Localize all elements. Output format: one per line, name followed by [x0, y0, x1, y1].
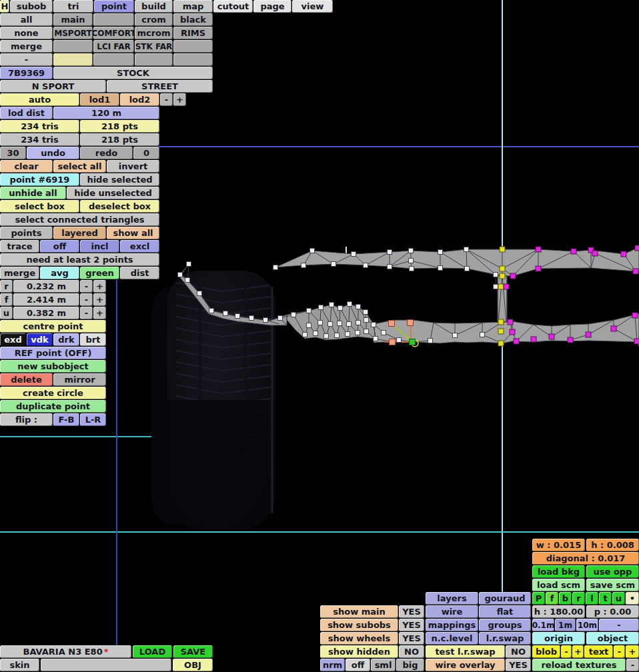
mesh-vertex[interactable]: [382, 331, 386, 335]
show-wheels-value[interactable]: YES: [399, 632, 424, 645]
view-f[interactable]: f: [546, 592, 558, 605]
text-minus[interactable]: -: [614, 645, 625, 658]
mesh-vertex[interactable]: [310, 249, 315, 253]
mesh-vertex[interactable]: [185, 278, 190, 283]
setup-stock[interactable]: STOCK: [53, 67, 213, 79]
config-main[interactable]: main: [53, 13, 93, 26]
groups-button[interactable]: groups: [479, 619, 531, 631]
mesh-vertex[interactable]: [319, 305, 324, 310]
mesh-vertex[interactable]: [235, 314, 240, 319]
reload-textures-button[interactable]: reload textures: [532, 659, 626, 671]
shade-vdk[interactable]: vdk: [27, 333, 53, 346]
load-scm-button[interactable]: load scm: [532, 579, 585, 591]
clear-button[interactable]: clear: [0, 160, 53, 173]
mesh-vertex[interactable]: [494, 285, 498, 289]
select-all-button[interactable]: select all: [53, 160, 106, 173]
config-empty-7[interactable]: [173, 53, 213, 66]
redo-count[interactable]: 0: [133, 147, 159, 159]
mesh-vertex[interactable]: [611, 326, 616, 331]
mesh-vertex[interactable]: [364, 329, 369, 334]
centre-point-button[interactable]: centre point: [0, 320, 106, 333]
mesh-vertex[interactable]: [465, 267, 470, 271]
mesh-vertex[interactable]: [408, 320, 414, 326]
mesh-vertex[interactable]: [409, 259, 414, 263]
mesh-vertex[interactable]: [356, 321, 361, 325]
coord-u-minus[interactable]: -: [80, 307, 93, 319]
shade-brt[interactable]: brt: [80, 333, 106, 346]
point-id[interactable]: point #6919: [0, 173, 79, 186]
coord-r-minus[interactable]: -: [80, 280, 93, 293]
mesh-vertex[interactable]: [291, 313, 296, 317]
reload-minus[interactable]: -: [626, 659, 639, 671]
layered-button[interactable]: layered: [53, 227, 106, 239]
mesh-vertex[interactable]: [307, 309, 311, 313]
mesh-vertex[interactable]: [409, 249, 414, 253]
mesh-vertex[interactable]: [197, 291, 202, 296]
nc-level-button[interactable]: n.c.level: [426, 632, 478, 645]
pts-count-total[interactable]: 218 pts: [80, 133, 159, 146]
nrm-big[interactable]: big: [396, 659, 424, 671]
mesh-vertex[interactable]: [364, 310, 368, 315]
test-lr-swap-button[interactable]: test l.r.swap: [426, 645, 505, 658]
lod-auto[interactable]: auto: [0, 93, 79, 106]
mesh-vertex[interactable]: [531, 337, 536, 342]
grid-minus[interactable]: -: [599, 619, 639, 631]
lr-swap-button[interactable]: l.r.swap: [479, 632, 531, 645]
grid-01m[interactable]: 0.1m: [532, 619, 554, 631]
mesh-vertex[interactable]: [388, 265, 392, 269]
mesh-vertex[interactable]: [356, 331, 360, 335]
shade-exd[interactable]: exd: [0, 333, 26, 346]
menu-page[interactable]: page: [253, 0, 291, 13]
menu-view[interactable]: view: [292, 0, 333, 13]
merge-avg[interactable]: avg: [40, 267, 79, 279]
show-subobs-value[interactable]: YES: [399, 619, 424, 631]
tris-count-selected[interactable]: 234 tris: [0, 120, 79, 133]
mesh-vertex[interactable]: [494, 273, 498, 277]
config-empty-2[interactable]: [53, 40, 93, 53]
lod-dist-label[interactable]: lod dist: [0, 107, 53, 119]
config-empty-3[interactable]: [173, 40, 213, 53]
show-hidden-button[interactable]: show hidden: [320, 645, 398, 658]
config-black[interactable]: black: [173, 13, 213, 26]
coord-r-plus[interactable]: +: [93, 280, 106, 293]
mesh-vertex[interactable]: [372, 323, 376, 327]
menu-subob[interactable]: subob: [10, 0, 53, 13]
flat-button[interactable]: flat: [479, 605, 531, 618]
merge-dist[interactable]: dist: [120, 267, 159, 279]
load-button[interactable]: LOAD: [133, 645, 172, 658]
mesh-vertex[interactable]: [500, 273, 505, 279]
coord-r-value[interactable]: 0.232 m: [13, 280, 79, 293]
show-hidden-value[interactable]: NO: [399, 645, 424, 658]
lod-plus[interactable]: +: [173, 93, 186, 106]
lod-dist-value[interactable]: 120 m: [53, 107, 159, 119]
config-empty-6[interactable]: [135, 53, 173, 66]
flip-lr-button[interactable]: L-R: [80, 413, 106, 426]
mesh-vertex[interactable]: [348, 302, 352, 307]
mesh-vertex[interactable]: [635, 245, 639, 251]
mesh-vertex[interactable]: [428, 339, 433, 343]
new-subobject-button[interactable]: new subobject: [0, 360, 106, 373]
mesh-vertex[interactable]: [510, 273, 516, 279]
cam-pitch[interactable]: p : 0.00: [586, 605, 639, 618]
load-bkg-button[interactable]: load bkg: [532, 565, 585, 578]
hide-unselected-button[interactable]: hide unselected: [67, 187, 159, 199]
trace-incl[interactable]: incl: [80, 240, 119, 253]
mesh-vertex[interactable]: [324, 334, 329, 339]
merge-green[interactable]: green: [80, 267, 119, 279]
coord-f-label[interactable]: f: [0, 293, 13, 306]
mesh-vertex[interactable]: [514, 339, 519, 344]
view-l[interactable]: l: [586, 592, 598, 605]
mappings-button[interactable]: mappings: [426, 619, 478, 631]
mesh-vertex[interactable]: [397, 338, 402, 343]
layers-button[interactable]: layers: [426, 592, 478, 605]
mesh-vertex[interactable]: [338, 321, 342, 326]
lod-2[interactable]: lod2: [120, 93, 159, 106]
mesh-vertex[interactable]: [374, 337, 378, 341]
menu-tri[interactable]: tri: [53, 0, 93, 13]
mesh-vertex[interactable]: [621, 251, 626, 257]
use-opp-button[interactable]: use opp: [586, 565, 639, 578]
mesh-vertex[interactable]: [389, 321, 395, 327]
mesh-vertex[interactable]: [510, 329, 515, 335]
measure-diagonal[interactable]: diagonal : 0.017: [532, 552, 639, 565]
wire-overlay-value[interactable]: YES: [506, 659, 531, 671]
